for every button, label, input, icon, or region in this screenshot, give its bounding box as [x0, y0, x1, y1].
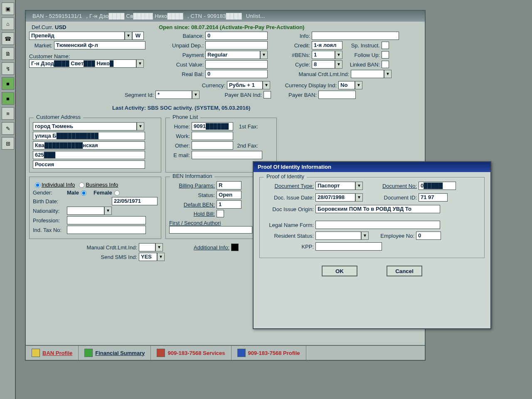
- credit-field[interactable]: 1-я лоял: [312, 41, 342, 49]
- hold-label[interactable]: Hold Bill:: [169, 211, 217, 217]
- addr-dropdown-icon[interactable]: ▼: [137, 122, 144, 131]
- currency-field[interactable]: Рубль + 1: [227, 81, 263, 89]
- addr-line5[interactable]: Россия: [33, 160, 145, 169]
- bens-field[interactable]: 1: [312, 51, 335, 59]
- ddate-field[interactable]: 28/07/1998: [315, 193, 355, 202]
- individual-radio[interactable]: [35, 182, 40, 188]
- cycle-field[interactable]: 8: [312, 60, 335, 69]
- nat-dropdown-icon[interactable]: ▼: [104, 207, 112, 215]
- tool-icon[interactable]: ⊞: [2, 137, 14, 150]
- pbi-checkbox[interactable]: [264, 91, 271, 99]
- did-field[interactable]: 71 97: [419, 193, 448, 202]
- addinfo-label[interactable]: Additional Info:: [163, 244, 231, 251]
- customer-dropdown-icon[interactable]: ▼: [136, 59, 144, 68]
- mcl-field[interactable]: [351, 70, 384, 78]
- nat-field[interactable]: [67, 207, 104, 215]
- bp-label[interactable]: Billing Params:: [169, 182, 217, 189]
- dtype-label[interactable]: Document Type:: [264, 183, 315, 189]
- tool-icon[interactable]: ▣: [2, 2, 14, 15]
- realbal-field[interactable]: 0: [205, 70, 268, 78]
- ok-button[interactable]: OK: [322, 266, 357, 276]
- tab-services[interactable]: 909-183-7568 Services: [151, 346, 231, 360]
- fs-field[interactable]: [169, 226, 252, 234]
- work-field[interactable]: [192, 132, 233, 140]
- tool-icon[interactable]: ☎: [2, 32, 14, 45]
- dorigin-field[interactable]: Боровским ПОМ То в РОВД УВД То: [315, 205, 440, 213]
- plan-dropdown-icon[interactable]: ▼: [125, 32, 132, 40]
- tool-icon[interactable]: ✎: [2, 122, 14, 135]
- addr-line2[interactable]: улица Б███████████: [33, 132, 145, 140]
- seg-field[interactable]: *: [155, 91, 192, 99]
- tool-icon[interactable]: 🗎: [2, 47, 14, 60]
- seg-dropdown-icon[interactable]: ▼: [192, 91, 200, 99]
- kpp-field[interactable]: [315, 242, 382, 251]
- mcl2-dropdown-icon[interactable]: ▼: [155, 243, 163, 251]
- linked-checkbox[interactable]: [382, 61, 389, 68]
- balance-label: Balance:: [157, 33, 205, 39]
- info-field[interactable]: [312, 32, 399, 40]
- female-radio[interactable]: [114, 190, 120, 196]
- mcl2-field[interactable]: [139, 243, 155, 251]
- market-field[interactable]: Тюменский ф-л: [54, 41, 145, 49]
- sms-field[interactable]: YES: [139, 253, 157, 261]
- custval-field[interactable]: [205, 60, 268, 69]
- payment-dropdown-icon[interactable]: ▼: [260, 51, 268, 59]
- male-radio[interactable]: [81, 190, 86, 196]
- hold-checkbox[interactable]: [217, 210, 224, 217]
- cycle-dropdown-icon[interactable]: ▼: [335, 60, 342, 69]
- customer-name-field[interactable]: Г-н Дзод████ Свет███ Нико█: [29, 59, 136, 68]
- mcl-dropdown-icon[interactable]: ▼: [384, 70, 392, 78]
- tool-icon[interactable]: ↯: [2, 62, 14, 75]
- defben-field[interactable]: 1: [217, 200, 241, 209]
- unpaid-field[interactable]: [205, 41, 268, 49]
- dtype-field[interactable]: Паспорт: [315, 182, 355, 190]
- email-field[interactable]: [192, 151, 262, 159]
- addr-line1[interactable]: город Тюмень: [33, 122, 137, 131]
- cdi-field[interactable]: No: [338, 81, 355, 89]
- tab-profile[interactable]: 909-183-7568 Profile: [232, 346, 306, 360]
- other-field[interactable]: [192, 141, 233, 150]
- fs-label[interactable]: First / Second Authori: [169, 220, 265, 226]
- addinfo-checkbox[interactable]: [231, 244, 239, 251]
- bens-dropdown-icon[interactable]: ▼: [335, 51, 342, 59]
- payment-field[interactable]: Regular: [205, 51, 260, 59]
- tab-ban-profile[interactable]: BAN Profile: [26, 346, 79, 360]
- prof-field[interactable]: [67, 216, 146, 224]
- defben-label[interactable]: Default BEN:: [169, 202, 217, 208]
- business-radio[interactable]: [79, 182, 84, 188]
- ddate-dropdown-icon[interactable]: ▼: [355, 193, 363, 202]
- dno-label[interactable]: Document No:: [363, 183, 419, 189]
- plan-field[interactable]: Препейд: [29, 32, 125, 40]
- dtype-dropdown-icon[interactable]: ▼: [355, 182, 363, 190]
- birth-label: Birth Date:: [33, 198, 67, 204]
- business-label[interactable]: Business Info: [86, 182, 118, 188]
- cdi-dropdown-icon[interactable]: ▼: [355, 81, 362, 89]
- ln-field[interactable]: [315, 221, 440, 229]
- tool-icon[interactable]: ≡: [2, 107, 14, 120]
- tax-field[interactable]: [67, 226, 146, 234]
- addr-line4[interactable]: 625███: [33, 151, 145, 159]
- proof-section: Proof of Identity Document Type: Паспорт…: [259, 177, 485, 258]
- bp-field[interactable]: R: [217, 181, 241, 190]
- rs-dropdown-icon[interactable]: ▼: [361, 232, 369, 240]
- dno-field[interactable]: 0█████: [419, 182, 456, 190]
- tool-icon[interactable]: ⌂: [2, 17, 14, 30]
- sp-checkbox[interactable]: [382, 42, 389, 49]
- balance-field[interactable]: 0: [205, 32, 268, 40]
- cancel-button[interactable]: Cancel: [387, 266, 422, 276]
- currency-dropdown-icon[interactable]: ▼: [263, 81, 270, 89]
- pban-field[interactable]: [318, 91, 356, 99]
- follow-checkbox[interactable]: [382, 51, 389, 59]
- emp-field[interactable]: 0: [416, 232, 441, 240]
- tool-icon[interactable]: ■: [2, 92, 14, 105]
- addr-line3[interactable]: Ква██████████нская: [33, 141, 145, 150]
- tool-icon[interactable]: ■: [2, 77, 14, 90]
- status-field[interactable]: Open: [217, 191, 241, 199]
- rs-field[interactable]: [315, 232, 361, 240]
- email-label: E mail:: [169, 152, 192, 158]
- home-field[interactable]: 9091██████: [192, 122, 233, 131]
- tab-financial[interactable]: Financial Summary: [79, 346, 151, 360]
- birth-field[interactable]: 22/05/1971: [112, 197, 158, 205]
- individual-label[interactable]: Individual Info: [42, 182, 75, 188]
- sms-dropdown-icon[interactable]: ▼: [157, 253, 165, 261]
